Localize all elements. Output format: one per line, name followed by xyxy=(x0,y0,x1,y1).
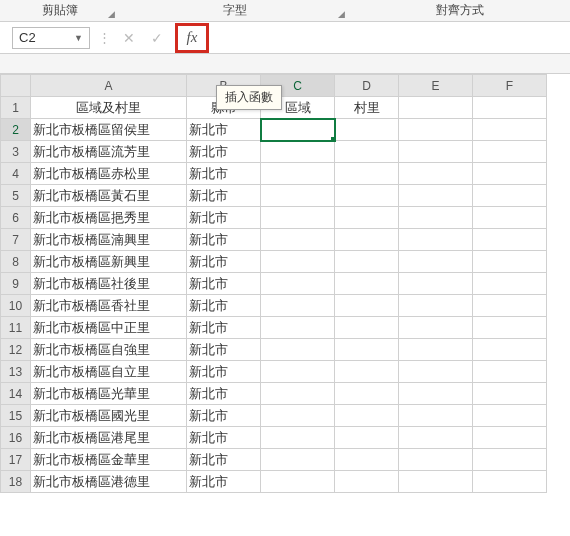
cell[interactable]: 新北市 xyxy=(187,163,261,185)
cell[interactable]: 區域及村里 xyxy=(31,97,187,119)
cell[interactable] xyxy=(261,141,335,163)
cell[interactable] xyxy=(335,185,399,207)
cell[interactable] xyxy=(473,361,547,383)
cell[interactable] xyxy=(261,383,335,405)
cell[interactable]: 新北市板橋區自強里 xyxy=(31,339,187,361)
cell[interactable] xyxy=(473,229,547,251)
enter-icon[interactable]: ✓ xyxy=(147,30,167,46)
cell[interactable]: 新北市板橋區流芳里 xyxy=(31,141,187,163)
cell[interactable]: 新北市板橋區社後里 xyxy=(31,273,187,295)
cell[interactable] xyxy=(335,207,399,229)
cell[interactable] xyxy=(399,229,473,251)
cell[interactable] xyxy=(399,273,473,295)
row-header[interactable]: 6 xyxy=(1,207,31,229)
cell[interactable] xyxy=(335,317,399,339)
cell[interactable] xyxy=(473,141,547,163)
cell[interactable]: 新北市 xyxy=(187,449,261,471)
cell[interactable]: 新北市 xyxy=(187,141,261,163)
cell[interactable]: 新北市板橋區自立里 xyxy=(31,361,187,383)
cell[interactable] xyxy=(473,471,547,493)
col-header-E[interactable]: E xyxy=(399,75,473,97)
cell[interactable] xyxy=(473,427,547,449)
cell[interactable]: 新北市板橋區港尾里 xyxy=(31,427,187,449)
cell[interactable]: 新北市板橋區挹秀里 xyxy=(31,207,187,229)
cell[interactable]: 新北市 xyxy=(187,383,261,405)
cell[interactable]: 新北市板橋區國光里 xyxy=(31,405,187,427)
cell[interactable]: 新北市板橋區香社里 xyxy=(31,295,187,317)
cell[interactable]: 新北市 xyxy=(187,317,261,339)
cell[interactable] xyxy=(399,471,473,493)
cell[interactable]: 新北市板橋區金華里 xyxy=(31,449,187,471)
row-header[interactable]: 13 xyxy=(1,361,31,383)
cell[interactable] xyxy=(473,163,547,185)
cell[interactable] xyxy=(399,185,473,207)
cell[interactable] xyxy=(399,119,473,141)
cell[interactable] xyxy=(399,405,473,427)
row-header[interactable]: 15 xyxy=(1,405,31,427)
row-header[interactable]: 2 xyxy=(1,119,31,141)
cell[interactable] xyxy=(261,207,335,229)
row-header[interactable]: 5 xyxy=(1,185,31,207)
row-header[interactable]: 11 xyxy=(1,317,31,339)
spreadsheet-grid[interactable]: A B C D E F 1 區域及村里 縣市 區域 村里 2 新北市板橋區留侯里… xyxy=(0,74,570,493)
cell[interactable] xyxy=(399,361,473,383)
cell[interactable] xyxy=(335,163,399,185)
cell[interactable] xyxy=(473,273,547,295)
ribbon-group-clipboard[interactable]: 剪貼簿 ◢ xyxy=(0,0,120,21)
dialog-launcher-icon[interactable]: ◢ xyxy=(106,9,116,19)
cell[interactable]: 新北市板橋區港德里 xyxy=(31,471,187,493)
cell[interactable] xyxy=(335,383,399,405)
cell[interactable] xyxy=(399,207,473,229)
cell[interactable]: 新北市 xyxy=(187,427,261,449)
cell[interactable] xyxy=(261,251,335,273)
dialog-launcher-icon[interactable]: ◢ xyxy=(336,9,346,19)
cell[interactable] xyxy=(399,295,473,317)
name-box[interactable]: C2 ▼ xyxy=(12,27,90,49)
cell[interactable] xyxy=(261,163,335,185)
cell[interactable]: 新北市 xyxy=(187,339,261,361)
row-header[interactable]: 16 xyxy=(1,427,31,449)
row-header[interactable]: 12 xyxy=(1,339,31,361)
cell[interactable]: 新北市板橋區中正里 xyxy=(31,317,187,339)
cell[interactable] xyxy=(335,339,399,361)
cell[interactable] xyxy=(473,295,547,317)
cell[interactable] xyxy=(473,97,547,119)
cell[interactable] xyxy=(335,251,399,273)
cell[interactable]: 新北市 xyxy=(187,273,261,295)
cell[interactable]: 新北市 xyxy=(187,405,261,427)
cell[interactable] xyxy=(261,449,335,471)
row-header[interactable]: 17 xyxy=(1,449,31,471)
cell[interactable]: 新北市 xyxy=(187,471,261,493)
cell[interactable]: 新北市板橋區湳興里 xyxy=(31,229,187,251)
ribbon-group-font[interactable]: 字型 ◢ xyxy=(120,0,350,21)
cell[interactable]: 新北市 xyxy=(187,119,261,141)
cell[interactable] xyxy=(261,405,335,427)
row-header[interactable]: 9 xyxy=(1,273,31,295)
cell[interactable] xyxy=(261,295,335,317)
cell[interactable] xyxy=(473,405,547,427)
row-header[interactable]: 7 xyxy=(1,229,31,251)
row-header[interactable]: 3 xyxy=(1,141,31,163)
cell[interactable]: 新北市板橋區黃石里 xyxy=(31,185,187,207)
cell[interactable] xyxy=(473,251,547,273)
col-header-D[interactable]: D xyxy=(335,75,399,97)
cell[interactable] xyxy=(399,427,473,449)
cell[interactable] xyxy=(335,471,399,493)
cell[interactable] xyxy=(399,141,473,163)
col-header-A[interactable]: A xyxy=(31,75,187,97)
cell[interactable]: 新北市板橋區光華里 xyxy=(31,383,187,405)
cell[interactable] xyxy=(335,449,399,471)
row-header[interactable]: 4 xyxy=(1,163,31,185)
cell[interactable] xyxy=(335,119,399,141)
cell[interactable] xyxy=(335,273,399,295)
cell[interactable] xyxy=(473,185,547,207)
cell[interactable] xyxy=(399,163,473,185)
col-header-F[interactable]: F xyxy=(473,75,547,97)
row-header[interactable]: 1 xyxy=(1,97,31,119)
cell[interactable] xyxy=(335,427,399,449)
cell[interactable]: 新北市 xyxy=(187,295,261,317)
cell[interactable] xyxy=(335,141,399,163)
cell[interactable] xyxy=(261,229,335,251)
cell[interactable] xyxy=(473,339,547,361)
cell[interactable] xyxy=(473,317,547,339)
